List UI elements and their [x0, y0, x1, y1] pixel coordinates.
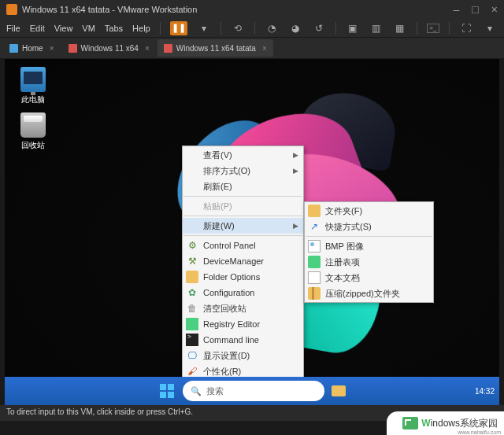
taskbar-explorer[interactable]	[329, 382, 348, 400]
search-placeholder: 搜索	[206, 385, 224, 397]
search-icon: 🔍	[191, 386, 202, 396]
taskbar-search[interactable]: 🔍 搜索	[183, 381, 324, 401]
menu-edit[interactable]: Edit	[30, 24, 45, 33]
console-icon[interactable]: >_	[427, 24, 439, 33]
folder-icon	[332, 385, 346, 396]
windows-logo-icon	[159, 383, 175, 399]
svg-rect-2	[160, 392, 166, 398]
snapshot-manage-icon[interactable]: ◕	[288, 21, 302, 35]
fullscreen-icon[interactable]: ⛶	[459, 21, 473, 35]
menu-device-manager[interactable]: ⚒DeviceManager	[183, 253, 303, 269]
tab-vm2-active[interactable]: Windows 11 x64 tatata ×	[158, 39, 273, 57]
icon-label: 此电脑	[11, 94, 55, 105]
control-panel-icon: ⚙	[186, 239, 198, 252]
tab-label: Windows 11 x64 tatata	[176, 44, 256, 53]
minimize-button[interactable]: –	[454, 3, 460, 16]
submenu-arrow-icon: ▶	[293, 167, 298, 175]
zip-file-icon	[308, 287, 321, 300]
recycle-bin-icon	[20, 112, 46, 138]
windows-taskbar: 🔍 搜索 14:32	[5, 377, 499, 405]
menu-sort[interactable]: 排序方式(O)▶	[183, 163, 303, 179]
vm-icon	[69, 44, 77, 53]
svg-rect-3	[168, 392, 174, 398]
unity-icon[interactable]: ▣	[346, 21, 360, 35]
menu-new-txt[interactable]: 文本文档	[305, 270, 433, 286]
menu-empty-recycle[interactable]: 🗑清空回收站	[183, 300, 303, 316]
watermark-badge: Windows系统家园 www.nahaifu.com	[387, 411, 504, 435]
menu-paste: 粘贴(P)	[183, 198, 303, 214]
close-button[interactable]: ×	[491, 3, 498, 16]
display-icon: 🖵	[186, 349, 198, 362]
send-ctrl-alt-del-icon[interactable]: ⟲	[231, 21, 245, 35]
desktop-context-menu: 查看(V)▶ 排序方式(O)▶ 刷新(E) 粘贴(P) 新建(W)▶ ⚙Cont…	[182, 146, 304, 396]
vmware-titlebar: Windows 11 x64 tatata - VMware Workstati…	[0, 0, 504, 19]
menu-new-shortcut[interactable]: ↗快捷方式(S)	[305, 219, 433, 234]
desktop-icon-this-pc[interactable]: 此电脑	[11, 67, 55, 105]
menu-tabs[interactable]: Tabs	[105, 24, 123, 33]
window-title: Windows 11 x64 tatata - VMware Workstati…	[22, 5, 454, 14]
desktop-icon-recycle-bin[interactable]: 回收站	[11, 112, 55, 151]
vm-icon	[164, 44, 172, 53]
menu-separator	[183, 235, 302, 236]
svg-rect-1	[168, 384, 174, 390]
image-file-icon	[308, 240, 321, 253]
tab-close-icon[interactable]: ×	[262, 44, 267, 53]
shortcut-icon: ↗	[308, 220, 321, 233]
start-button[interactable]	[156, 380, 178, 402]
tab-close-icon[interactable]: ×	[50, 44, 54, 53]
maximize-button[interactable]: □	[472, 3, 478, 16]
home-icon	[9, 44, 18, 53]
fullscreen-dropdown-icon[interactable]: ▾	[483, 21, 497, 35]
trash-icon: 🗑	[186, 302, 198, 315]
menu-control-panel[interactable]: ⚙Control Panel	[183, 238, 303, 253]
tab-label: Windows 11 x64	[81, 44, 139, 53]
menu-separator	[183, 216, 302, 216]
pause-button[interactable]: ❚❚	[170, 21, 187, 35]
menu-folder-options[interactable]: Folder Options	[183, 269, 303, 285]
menu-separator	[183, 196, 302, 197]
menu-view[interactable]: View	[54, 24, 73, 33]
vmware-tabbar: Home × Windows 11 x64 × Windows 11 x64 t…	[0, 38, 504, 58]
text-file-icon	[308, 271, 321, 284]
menu-new-folder[interactable]: 文件夹(F)	[305, 203, 433, 219]
svg-rect-0	[160, 384, 166, 390]
thumbnail-icon[interactable]: ▥	[369, 21, 384, 35]
menu-command-line[interactable]: Command line	[183, 332, 303, 348]
menu-new-zip[interactable]: 压缩(zipped)文件夹	[305, 286, 433, 301]
folder-icon	[308, 205, 321, 217]
icon-label: 回收站	[11, 140, 55, 151]
menu-view[interactable]: 查看(V)▶	[183, 147, 303, 163]
menu-registry-editor[interactable]: Registry Editor	[183, 316, 303, 332]
windows-desktop[interactable]: 此电脑 回收站 查看(V)▶ 排序方式(O)▶ 刷新(E) 粘贴(P) 新建(W…	[5, 59, 499, 405]
configuration-icon: ✿	[186, 286, 198, 299]
tab-label: Home	[22, 44, 43, 53]
vm-display[interactable]: 此电脑 回收站 查看(V)▶ 排序方式(O)▶ 刷新(E) 粘贴(P) 新建(W…	[5, 59, 499, 405]
watermark-text: indows系统家园	[431, 417, 498, 430]
tab-home[interactable]: Home ×	[3, 39, 61, 57]
taskbar-clock[interactable]: 14:32	[475, 387, 495, 396]
snapshot-revert-icon[interactable]: ↺	[312, 21, 326, 35]
snapshot-icon[interactable]: ◔	[265, 21, 279, 35]
terminal-icon	[186, 334, 198, 346]
menu-new-bmp[interactable]: BMP 图像	[305, 238, 433, 254]
menu-refresh[interactable]: 刷新(E)	[183, 179, 303, 194]
tab-vm1[interactable]: Windows 11 x64 ×	[62, 39, 156, 57]
menu-file[interactable]: File	[6, 24, 20, 33]
folder-options-icon	[186, 271, 198, 283]
watermark-url: www.nahaifu.com	[458, 429, 501, 435]
dropdown-icon[interactable]: ▾	[197, 21, 211, 35]
menu-new-reg[interactable]: 注册表项	[305, 254, 433, 270]
status-text: To direct input to this VM, click inside…	[6, 407, 193, 416]
menu-new[interactable]: 新建(W)▶	[183, 218, 303, 234]
tab-close-icon[interactable]: ×	[145, 44, 150, 53]
menu-display-settings[interactable]: 🖵显示设置(D)	[183, 348, 303, 363]
menu-vm[interactable]: VM	[82, 24, 95, 33]
submenu-arrow-icon: ▶	[293, 151, 298, 159]
menu-separator	[306, 236, 432, 237]
multiview-icon[interactable]: ▦	[393, 21, 407, 35]
menu-configuration[interactable]: ✿Configuration	[183, 285, 303, 300]
watermark-logo-icon	[402, 417, 418, 429]
personalize-icon: 🖌	[186, 365, 198, 378]
menu-help[interactable]: Help	[132, 24, 150, 33]
registry-icon	[186, 318, 198, 330]
